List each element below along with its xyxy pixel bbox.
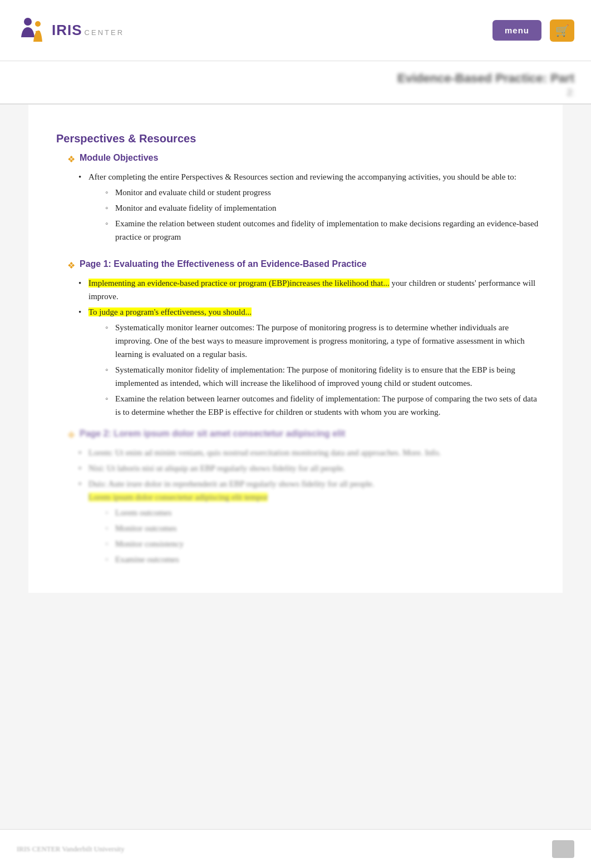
header: IRIS CENTER menu 🛒 (0, 0, 591, 61)
main-content: Perspectives & Resources ❖ Module Object… (28, 105, 563, 593)
footer-nav-button[interactable] (552, 840, 574, 858)
logo-main-text: IRIS (52, 22, 82, 39)
module-objectives-intro-item: After completing the entire Perspectives… (78, 170, 540, 244)
page2-bullet-1: Lorem: Ut enim ad minim veniam, quis nos… (78, 446, 540, 459)
footer-logo: IRIS CENTER Vanderbilt University (17, 845, 125, 854)
page2-sub-4: Examine outcomes (105, 553, 540, 566)
page-subtitle: 2: (17, 88, 574, 98)
page2-sub-3: Monitor consistency (105, 537, 540, 550)
page1-highlight-2: To judge a program's effectiveness, you … (88, 307, 252, 316)
module-objectives-label: Module Objectives (80, 153, 158, 163)
logo-center-text: CENTER (85, 28, 124, 37)
page2-bullet-3: Duis: Aute irure dolor in reprehenderit … (78, 477, 540, 566)
page1-list: Implementing an evidence-based practice … (78, 276, 540, 419)
sub-item-3: Examine the relation between student out… (105, 217, 540, 244)
diamond-icon-1: ❖ (67, 154, 75, 165)
page2-highlight: Lorem ipsum dolor consectetur adipiscing… (88, 493, 268, 502)
module-objectives-item: ❖ Module Objectives (67, 153, 540, 165)
svg-point-1 (35, 21, 41, 27)
page2-list: Lorem: Ut enim ad minim veniam, quis nos… (78, 446, 540, 566)
page1-sub-1: Systematically monitor learner outcomes:… (105, 321, 540, 361)
sub-item-2: Monitor and evaluate fidelity of impleme… (105, 201, 540, 215)
cart-button[interactable]: 🛒 (550, 19, 574, 42)
page-title-area: Evidence-Based Practice: Part 2: (0, 61, 591, 105)
section-heading: Perspectives & Resources (56, 132, 540, 145)
page1-label: Page 1: Evaluating the Effectiveness of … (80, 259, 367, 269)
footer: IRIS CENTER Vanderbilt University (0, 829, 591, 868)
page2-sub-2: Monitor outcomes (105, 522, 540, 535)
svg-point-0 (24, 18, 32, 26)
page1-bullet-1: Implementing an evidence-based practice … (78, 276, 540, 303)
module-objectives-intro-text: After completing the entire Perspectives… (88, 172, 516, 181)
page1-item: ❖ Page 1: Evaluating the Effectiveness o… (67, 259, 540, 271)
module-objectives-list: After completing the entire Perspectives… (78, 170, 540, 244)
page1-sub-list: Systematically monitor learner outcomes:… (105, 321, 540, 419)
page1-highlight-1: Implementing an evidence-based practice … (88, 279, 390, 287)
menu-button[interactable]: menu (493, 20, 541, 41)
diamond-icon-3: ❖ (67, 430, 75, 440)
page1-sub-3: Examine the relation between learner out… (105, 392, 540, 419)
logo-icon (17, 15, 47, 46)
diamond-icon-2: ❖ (67, 260, 75, 271)
logo-area: IRIS CENTER (17, 15, 124, 46)
header-right: menu 🛒 (493, 19, 574, 42)
page1-bullet-2: To judge a program's effectiveness, you … (78, 305, 540, 419)
page2-item: ❖ Page 2: Lorem ipsum dolor sit amet con… (67, 429, 540, 440)
page2-sub-list: Lorem outcomes Monitor outcomes Monitor … (105, 506, 540, 566)
page2-label: Page 2: Lorem ipsum dolor sit amet conse… (80, 429, 345, 439)
module-objectives-sub-list: Monitor and evaluate child or student pr… (105, 186, 540, 244)
page1-sub-2: Systematically monitor fidelity of imple… (105, 363, 540, 390)
page-title: Evidence-Based Practice: Part (17, 71, 574, 86)
page2-section: ❖ Page 2: Lorem ipsum dolor sit amet con… (56, 429, 540, 566)
cart-icon: 🛒 (555, 24, 569, 37)
sub-item-1: Monitor and evaluate child or student pr… (105, 186, 540, 199)
page2-bullet-2: Nisi: Ut laboris nisi ut aliquip an EBP … (78, 462, 540, 475)
page2-sub-1: Lorem outcomes (105, 506, 540, 519)
